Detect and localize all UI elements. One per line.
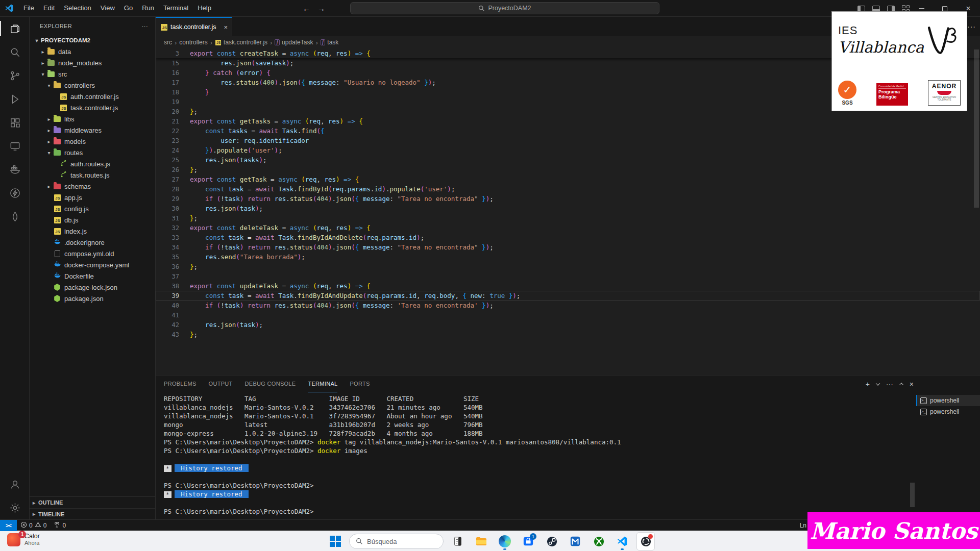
tree-item-schemas[interactable]: ▸schemas — [30, 181, 155, 192]
m-app-icon[interactable] — [566, 532, 584, 550]
tree-item-db-js[interactable]: JSdb.js — [30, 214, 155, 226]
panel-tab-problems[interactable]: PROBLEMS — [164, 375, 197, 392]
xbox-icon[interactable] — [590, 532, 608, 550]
panel-tab-output[interactable]: OUTPUT — [209, 375, 233, 392]
activity-mongodb-icon[interactable] — [0, 205, 30, 228]
tree-item-models[interactable]: ▸models — [30, 136, 155, 147]
activity-extensions-icon[interactable] — [0, 111, 30, 134]
tree-item-auth-routes-js[interactable]: auth.routes.js — [30, 158, 155, 169]
menu-file[interactable]: File — [19, 2, 39, 14]
tree-item-package-lock-json[interactable]: package-lock.json — [30, 282, 155, 293]
notepad-icon[interactable] — [449, 532, 467, 550]
breadcrumb-item-task[interactable]: ƒtask — [321, 39, 339, 46]
activity-accounts-icon[interactable] — [0, 472, 30, 496]
taskbar-search[interactable]: Búsqueda — [349, 534, 444, 549]
code-line-43[interactable]: 43}; — [156, 330, 980, 339]
tab-close-icon[interactable]: × — [224, 23, 228, 31]
tree-item-dockerignore[interactable]: .dockerignore — [30, 237, 155, 248]
store-icon[interactable]: 1 — [519, 532, 537, 550]
code-line-21[interactable]: 21export const getTasks = async (req, re… — [156, 116, 980, 126]
code-line-26[interactable]: 26}; — [156, 165, 980, 174]
tree-item-libs[interactable]: ▸libs — [30, 113, 155, 124]
panel-tab-terminal[interactable]: TERMINAL — [308, 375, 337, 392]
code-line-35[interactable]: 35 res.send("Tarea borrada"); — [156, 252, 980, 262]
tree-item-task-controller-js[interactable]: JStask.controller.js — [30, 102, 155, 113]
edge-browser-icon[interactable] — [496, 532, 514, 550]
section-outline[interactable]: ▸OUTLINE — [30, 497, 155, 508]
code-line-42[interactable]: 42 res.json(task); — [156, 320, 980, 330]
terminal-tab-powershell-2[interactable]: >_powershell — [916, 406, 980, 417]
panel-more-actions-icon[interactable]: ··· — [886, 380, 893, 388]
editor-scrollbar[interactable] — [974, 49, 979, 208]
code-line-29[interactable]: 29 if (!task) return res.status(404).jso… — [156, 194, 980, 204]
code-line-39[interactable]: 39 const task = await Task.findByIdAndUp… — [156, 291, 980, 300]
activity-explorer-icon[interactable] — [0, 17, 30, 40]
ports-status[interactable]: 0 — [50, 520, 69, 531]
toggle-secondary-sidebar-icon[interactable] — [887, 6, 895, 12]
file-explorer-icon[interactable] — [472, 532, 491, 550]
start-button[interactable] — [327, 533, 344, 550]
breadcrumb-item-controllers[interactable]: controllers — [179, 39, 207, 46]
tree-item-proyectodam2[interactable]: ▾PROYECTODAM2 — [30, 35, 155, 46]
panel-tab-ports[interactable]: PORTS — [350, 375, 370, 392]
forward-arrow-icon[interactable]: → — [317, 4, 325, 13]
tree-item-config-js[interactable]: JSconfig.js — [30, 203, 155, 214]
terminal-dropdown-icon[interactable] — [876, 383, 879, 386]
terminal-output[interactable]: REPOSITORY TAG IMAGE ID CREATED SIZEvill… — [164, 395, 909, 519]
tree-item-routes[interactable]: ▾routes — [30, 147, 155, 158]
activity-docker-icon[interactable] — [0, 158, 30, 181]
code-line-28[interactable]: 28 const task = await Task.findById(req.… — [156, 184, 980, 194]
menu-edit[interactable]: Edit — [39, 2, 59, 14]
section-timeline[interactable]: ▸TIMELINE — [30, 508, 155, 519]
code-line-23[interactable]: 23 user: req.identificador — [156, 136, 980, 145]
tree-item-compose-yml-old[interactable]: compose.yml.old — [30, 248, 155, 259]
activity-search-icon[interactable] — [0, 40, 30, 64]
breadcrumb-item-updatetask[interactable]: ƒupdateTask — [275, 39, 313, 46]
terminal-scrollbar[interactable] — [910, 483, 915, 507]
menu-help[interactable]: Help — [193, 2, 216, 14]
maximize-panel-icon[interactable] — [900, 383, 903, 386]
activity-settings-icon[interactable] — [0, 496, 30, 519]
code-line-36[interactable]: 36}; — [156, 262, 980, 271]
command-center-search[interactable]: ProyectoDAM2 — [350, 2, 659, 14]
tree-item-task-routes-js[interactable]: task.routes.js — [30, 169, 155, 181]
tab-task-controller[interactable]: JS task.controller.js × — [156, 17, 232, 36]
toggle-sidebar-icon[interactable] — [857, 6, 865, 12]
tree-item-docker-compose-yaml[interactable]: docker-compose.yaml — [30, 259, 155, 270]
code-line-24[interactable]: 24 }).populate('user'); — [156, 145, 980, 155]
new-terminal-icon[interactable]: + — [866, 380, 870, 388]
explorer-more-actions-icon[interactable]: ··· — [142, 23, 148, 29]
code-line-25[interactable]: 25 res.json(tasks); — [156, 155, 980, 165]
tree-item-data[interactable]: ▸data — [30, 46, 155, 57]
tree-item-dockerfile[interactable]: Dockerfile — [30, 270, 155, 282]
menu-run[interactable]: Run — [137, 2, 159, 14]
tree-item-package-json[interactable]: package.json — [30, 293, 155, 304]
editor-more-actions-icon[interactable]: ··· — [967, 17, 976, 36]
toggle-panel-icon[interactable] — [872, 6, 880, 12]
vscode-taskbar-icon[interactable] — [613, 532, 631, 550]
breadcrumb-item-task-controller-js[interactable]: JStask.controller.js — [215, 39, 267, 46]
tree-item-index-js[interactable]: JSindex.js — [30, 226, 155, 237]
activity-thunder-client-icon[interactable] — [0, 181, 30, 205]
tree-item-app-js[interactable]: JSapp.js — [30, 192, 155, 203]
problems-status[interactable]: 0 0 — [17, 520, 50, 531]
code-line-37[interactable]: 37 — [156, 271, 980, 281]
tree-item-node-modules[interactable]: ▸node_modules — [30, 57, 155, 68]
code-line-30[interactable]: 30 res.json(task); — [156, 204, 980, 213]
weather-widget[interactable]: 1 Calor Ahora — [7, 533, 40, 546]
code-line-33[interactable]: 33 const task = await Task.findByIdAndDe… — [156, 233, 980, 242]
tree-item-auth-controller-js[interactable]: JSauth.controller.js — [30, 91, 155, 102]
menu-terminal[interactable]: Terminal — [159, 2, 193, 14]
menu-view[interactable]: View — [96, 2, 119, 14]
code-line-27[interactable]: 27export const getTask = async (req, res… — [156, 174, 980, 184]
steam-icon[interactable] — [543, 532, 561, 550]
code-line-22[interactable]: 22 const tasks = await Task.find({ — [156, 126, 980, 136]
tree-item-middlewares[interactable]: ▸middlewares — [30, 124, 155, 136]
activity-source-control-icon[interactable] — [0, 64, 30, 87]
code-line-40[interactable]: 40 if (!task) return res.status(404).jso… — [156, 300, 980, 310]
back-arrow-icon[interactable]: ← — [303, 4, 310, 13]
cursor-position[interactable]: Ln — [800, 520, 806, 531]
activity-run-debug-icon[interactable] — [0, 87, 30, 111]
code-line-41[interactable]: 41 — [156, 310, 980, 320]
code-line-34[interactable]: 34 if (!task) return res.status(404).jso… — [156, 242, 980, 252]
